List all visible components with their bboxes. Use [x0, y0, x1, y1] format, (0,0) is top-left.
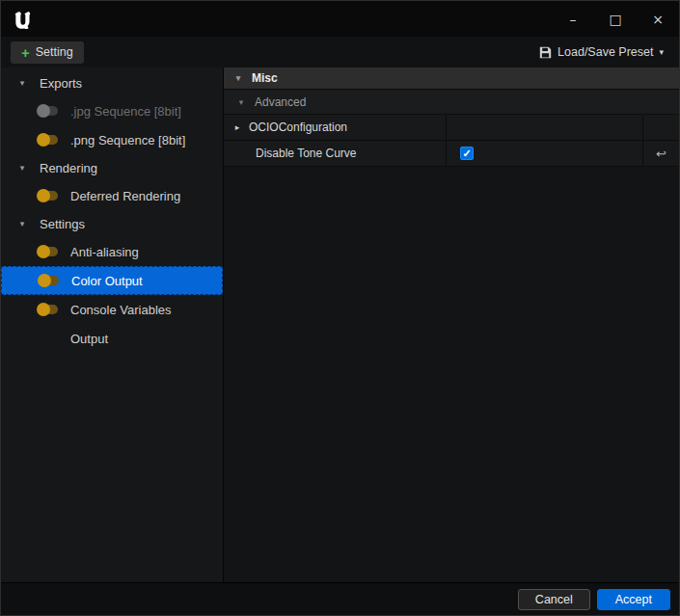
close-button[interactable]: × [637, 1, 679, 37]
toggle-switch[interactable] [40, 276, 59, 285]
toggle-switch[interactable] [39, 135, 58, 145]
save-icon [539, 46, 552, 59]
property-label: Disable Tone Curve [256, 147, 357, 160]
accept-button[interactable]: Accept [597, 589, 670, 610]
sidebar-group-exports[interactable]: ▾ Exports [1, 69, 223, 96]
toolbar: + Setting Load/Save Preset ▾ [1, 37, 679, 67]
expand-arrow-icon[interactable]: ▸ [232, 122, 242, 132]
property-value-cell [446, 115, 642, 140]
sidebar-item-deferred-rendering[interactable]: Deferred Rendering [1, 181, 223, 210]
load-save-preset-button[interactable]: Load/Save Preset ▾ [533, 44, 669, 60]
section-header-misc[interactable]: ▾ Misc [224, 67, 679, 90]
sidebar-group-rendering[interactable]: ▾ Rendering [1, 154, 223, 181]
disable-tone-curve-checkbox[interactable]: ✓ [460, 147, 474, 160]
toggle-knob [37, 133, 50, 147]
sidebar-group-label: Rendering [40, 161, 97, 175]
toggle-knob [37, 303, 50, 316]
sidebar-item-label: .png Sequence [8bit] [70, 133, 185, 147]
plus-icon: + [21, 45, 30, 60]
collapse-arrow-icon[interactable]: ▾ [233, 73, 243, 83]
preset-label: Load/Save Preset [558, 45, 653, 59]
sidebar-item-label: .jpg Sequence [8bit] [70, 104, 181, 119]
collapse-arrow-icon[interactable]: ▾ [17, 163, 27, 173]
section-label: Misc [252, 71, 278, 85]
settings-sidebar: ▾ Exports .jpg Sequence [8bit] .png Sequ… [1, 67, 224, 582]
toggle-knob [38, 274, 51, 287]
cancel-button[interactable]: Cancel [518, 589, 590, 610]
property-label: OCIOConfiguration [249, 121, 347, 134]
unreal-logo-icon [11, 8, 34, 31]
toggle-knob [37, 189, 50, 202]
toggle-knob [37, 245, 50, 258]
reset-to-default-icon[interactable]: ↩ [656, 147, 666, 161]
collapse-arrow-icon[interactable]: ▾ [17, 219, 27, 228]
subsection-label: Advanced [255, 95, 306, 109]
movie-render-settings-window: – □ × + Setting Load/Save Preset ▾ ▾ Exp… [0, 0, 680, 616]
property-name-cell: ▸ OCIOConfiguration [224, 115, 446, 140]
titlebar: – □ × [1, 1, 679, 37]
collapse-arrow-icon[interactable]: ▾ [236, 97, 246, 107]
sidebar-group-label: Settings [40, 217, 85, 231]
sidebar-item-color-output[interactable]: Color Output [1, 266, 223, 295]
property-row-ocio-configuration: ▸ OCIOConfiguration [224, 115, 679, 141]
sidebar-item-label: Anti-aliasing [70, 245, 139, 259]
toggle-switch[interactable] [39, 191, 58, 201]
chevron-down-icon: ▾ [659, 47, 664, 57]
property-value-cell: ✓ [446, 141, 642, 166]
details-panel: ▾ Misc ▾ Advanced ▸ OCIOConfiguration [224, 67, 679, 582]
content-area: ▾ Exports .jpg Sequence [8bit] .png Sequ… [1, 67, 679, 582]
property-name-cell: Disable Tone Curve [224, 141, 446, 166]
add-setting-button[interactable]: + Setting [11, 41, 84, 64]
sidebar-item-console-variables[interactable]: Console Variables [1, 295, 223, 324]
footer-bar: Cancel Accept [1, 582, 679, 615]
sidebar-group-settings[interactable]: ▾ Settings [1, 210, 223, 237]
maximize-button[interactable]: □ [594, 1, 637, 37]
subsection-header-advanced[interactable]: ▾ Advanced [224, 90, 679, 115]
toggle-switch[interactable] [39, 305, 58, 314]
collapse-arrow-icon[interactable]: ▾ [17, 78, 27, 88]
property-reset-cell: ↩ [642, 141, 679, 166]
property-reset-cell [642, 115, 679, 140]
toggle-switch[interactable] [39, 106, 58, 116]
sidebar-item-png-sequence[interactable]: .png Sequence [8bit] [1, 125, 223, 154]
sidebar-item-label: Color Output [71, 274, 143, 288]
property-row-disable-tone-curve: Disable Tone Curve ✓ ↩ [224, 141, 679, 167]
toggle-knob [37, 104, 50, 118]
minimize-button[interactable]: – [552, 1, 594, 37]
toggle-switch[interactable] [39, 247, 58, 256]
sidebar-item-jpg-sequence[interactable]: .jpg Sequence [8bit] [1, 96, 223, 125]
sidebar-item-label: Output [70, 332, 108, 346]
details-empty-area [224, 167, 679, 582]
sidebar-item-label: Console Variables [70, 303, 172, 317]
sidebar-item-anti-aliasing[interactable]: Anti-aliasing [1, 237, 223, 266]
sidebar-item-label: Deferred Rendering [70, 189, 180, 203]
sidebar-group-label: Exports [40, 76, 82, 91]
add-setting-label: Setting [36, 45, 73, 59]
sidebar-item-output[interactable]: Output [1, 324, 223, 353]
